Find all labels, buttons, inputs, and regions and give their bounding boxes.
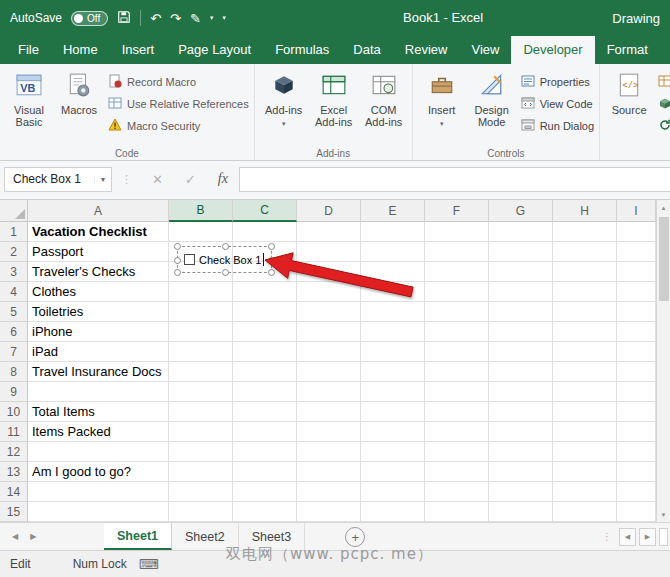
cell-B10[interactable] (169, 402, 233, 422)
row-header-4[interactable]: 4 (0, 282, 28, 302)
cell-I14[interactable] (617, 482, 656, 502)
cell-G9[interactable] (489, 382, 553, 402)
record-macro-button[interactable]: Record Macro (108, 74, 249, 90)
selection-handle[interactable] (222, 269, 229, 276)
cell-G12[interactable] (489, 442, 553, 462)
column-header-H[interactable]: H (553, 200, 617, 222)
ribbon-tab-view[interactable]: View (459, 36, 511, 64)
row-header-13[interactable]: 13 (0, 462, 28, 482)
cell-F10[interactable] (425, 402, 489, 422)
cell-F1[interactable] (425, 222, 489, 242)
cell-B9[interactable] (169, 382, 233, 402)
cell-G2[interactable] (489, 242, 553, 262)
cell-C13[interactable] (233, 462, 297, 482)
cell-A15[interactable] (28, 502, 169, 522)
cell-I9[interactable] (617, 382, 656, 402)
cell-I2[interactable] (617, 242, 656, 262)
cell-H1[interactable] (553, 222, 617, 242)
cell-H2[interactable] (553, 242, 617, 262)
cell-F7[interactable] (425, 342, 489, 362)
cell-C9[interactable] (233, 382, 297, 402)
cell-B4[interactable] (169, 282, 233, 302)
cell-H7[interactable] (553, 342, 617, 362)
cell-C12[interactable] (233, 442, 297, 462)
column-header-E[interactable]: E (361, 200, 425, 222)
cell-E2[interactable] (361, 242, 425, 262)
cell-A7[interactable]: iPad (28, 342, 169, 362)
excel-addins-button[interactable]: Excel Add-ins (309, 67, 359, 129)
cell-H15[interactable] (553, 502, 617, 522)
cell-D9[interactable] (297, 382, 361, 402)
column-header-G[interactable]: G (489, 200, 553, 222)
cell-B15[interactable] (169, 502, 233, 522)
cell-C11[interactable] (233, 422, 297, 442)
selection-handle[interactable] (268, 257, 275, 264)
cell-A9[interactable] (28, 382, 169, 402)
sheet-tab-sheet1[interactable]: Sheet1 (104, 523, 172, 550)
row-header-10[interactable]: 10 (0, 402, 28, 422)
cell-F8[interactable] (425, 362, 489, 382)
cell-D10[interactable] (297, 402, 361, 422)
selection-handle[interactable] (268, 243, 275, 250)
macro-security-button[interactable]: Macro Security (108, 118, 249, 134)
cell-E12[interactable] (361, 442, 425, 462)
pen-dropdown-icon[interactable]: ▾ (210, 14, 214, 22)
cell-I6[interactable] (617, 322, 656, 342)
cell-B14[interactable] (169, 482, 233, 502)
cell-D15[interactable] (297, 502, 361, 522)
properties-button[interactable]: Properties (521, 74, 594, 90)
cell-E9[interactable] (361, 382, 425, 402)
cancel-icon[interactable]: ✕ (141, 172, 174, 187)
cell-D12[interactable] (297, 442, 361, 462)
row-header-8[interactable]: 8 (0, 362, 28, 382)
visual-basic-button[interactable]: VB Visual Basic (4, 67, 54, 129)
cell-E5[interactable] (361, 302, 425, 322)
cell-G7[interactable] (489, 342, 553, 362)
cell-I8[interactable] (617, 362, 656, 382)
ribbon-tab-formulas[interactable]: Formulas (263, 36, 341, 64)
source-button[interactable]: </> Source (604, 67, 654, 116)
ribbon-tab-review[interactable]: Review (393, 36, 460, 64)
column-header-C[interactable]: C (233, 200, 297, 222)
cell-F5[interactable] (425, 302, 489, 322)
cell-F15[interactable] (425, 502, 489, 522)
formula-input[interactable] (239, 167, 670, 192)
cell-D3[interactable] (297, 262, 361, 282)
horizontal-scrollbar[interactable]: ⋮ ◀ ▶ (602, 523, 668, 550)
design-mode-button[interactable]: Design Mode (467, 67, 517, 129)
vertical-scrollbar[interactable]: ▲ ▼ (656, 200, 670, 522)
cell-B1[interactable] (169, 222, 233, 242)
cell-B6[interactable] (169, 322, 233, 342)
cell-A8[interactable]: Travel Insurance Docs (28, 362, 169, 382)
scroll-down-icon[interactable]: ▼ (657, 507, 670, 522)
column-header-I[interactable]: I (617, 200, 656, 222)
cell-A12[interactable] (28, 442, 169, 462)
cell-E6[interactable] (361, 322, 425, 342)
cell-B7[interactable] (169, 342, 233, 362)
cell-G11[interactable] (489, 422, 553, 442)
name-box-dropdown-icon[interactable]: ▼ (94, 176, 111, 183)
cell-F4[interactable] (425, 282, 489, 302)
cell-C15[interactable] (233, 502, 297, 522)
view-code-button[interactable]: View Code (521, 96, 594, 112)
row-header-12[interactable]: 12 (0, 442, 28, 462)
tab-splitter-icon[interactable]: ⋮ (602, 531, 612, 542)
scroll-up-icon[interactable]: ▲ (657, 200, 670, 215)
cell-H3[interactable] (553, 262, 617, 282)
cell-A14[interactable] (28, 482, 169, 502)
cell-B8[interactable] (169, 362, 233, 382)
cell-F14[interactable] (425, 482, 489, 502)
sheet-nav-right-icon[interactable]: ▶ (30, 532, 36, 541)
vertical-scroll-thumb[interactable] (659, 217, 669, 301)
checkbox-form-control[interactable]: Check Box 1 (177, 246, 272, 273)
cell-D2[interactable] (297, 242, 361, 262)
cell-G1[interactable] (489, 222, 553, 242)
selection-handle[interactable] (174, 243, 181, 250)
cell-B5[interactable] (169, 302, 233, 322)
cell-G3[interactable] (489, 262, 553, 282)
cell-G4[interactable] (489, 282, 553, 302)
cell-B13[interactable] (169, 462, 233, 482)
cell-E14[interactable] (361, 482, 425, 502)
cell-C1[interactable] (233, 222, 297, 242)
cell-A5[interactable]: Toiletries (28, 302, 169, 322)
